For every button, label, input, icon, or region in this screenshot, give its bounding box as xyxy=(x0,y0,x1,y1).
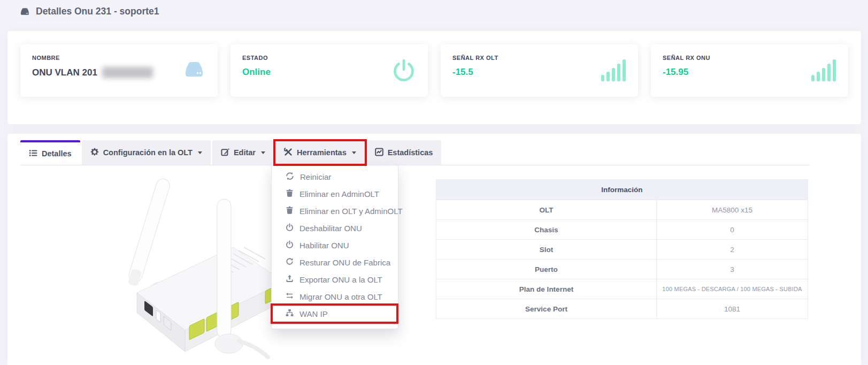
menu-item-label: Eliminar en AdminOLT xyxy=(299,189,379,199)
row-label: Service Port xyxy=(436,299,657,319)
rotate-right-icon xyxy=(286,257,294,267)
menu-item-migrar-onu[interactable]: Migrar ONU a otra OLT xyxy=(272,288,398,305)
menu-item-label: Resturar ONU de Fabrica xyxy=(299,258,390,267)
row-value: 1081 xyxy=(657,299,808,319)
tab-editar[interactable]: Editar xyxy=(212,140,274,165)
edit-icon xyxy=(221,148,229,158)
informacion-table: Información OLT MA5800 x15 Chasis 0 Slot… xyxy=(436,179,808,319)
tools-icon xyxy=(284,148,293,158)
menu-item-exportar-onu[interactable]: Exportar ONU a la OLT xyxy=(272,271,398,288)
row-label: Slot xyxy=(436,240,657,260)
tab-label: Configuración en la OLT xyxy=(103,148,193,157)
signal-bars-icon xyxy=(811,58,836,84)
redacted-text-blur xyxy=(102,67,153,78)
card-value: ONU VLAN 201 xyxy=(32,67,97,78)
gear-icon xyxy=(90,148,99,158)
hdd-icon xyxy=(182,58,206,82)
tab-configuracion-olt[interactable]: Configuración en la OLT xyxy=(82,140,211,165)
exchange-icon xyxy=(286,292,294,301)
row-value: 0 xyxy=(657,220,808,240)
menu-item-reiniciar[interactable]: Reiniciar xyxy=(272,168,398,185)
table-row: Chasis 0 xyxy=(436,220,808,240)
card-senal-rx-onu: SEÑAL RX ONU -15.95 xyxy=(651,44,848,97)
onu-product-image xyxy=(57,167,287,363)
table-header-row: Información xyxy=(436,180,808,200)
upload-icon xyxy=(286,275,294,284)
card-value: Online xyxy=(242,67,416,78)
row-value: 2 xyxy=(657,240,808,260)
tab-label: Detalles xyxy=(42,149,72,158)
card-label: NOMBRE xyxy=(32,55,206,61)
page-title: Detalles Onu 231 - soporte1 xyxy=(36,6,159,17)
card-label: ESTADO xyxy=(242,55,416,61)
card-senal-rx-olt: SEÑAL RX OLT -15.5 xyxy=(441,44,638,97)
page-title-bar: Detalles Onu 231 - soporte1 xyxy=(19,6,159,17)
menu-item-label: Migrar ONU a otra OLT xyxy=(299,292,382,301)
menu-item-label: Exportar ONU a la OLT xyxy=(299,275,382,284)
row-label: Plan de Internet xyxy=(436,279,657,299)
hdd-icon xyxy=(19,6,30,17)
list-icon xyxy=(29,149,37,159)
row-value: MA5800 x15 xyxy=(657,200,808,220)
trash-icon xyxy=(286,189,294,199)
table-row: Puerto 3 xyxy=(436,260,808,279)
menu-item-deshabilitar-onu[interactable]: Deshabilitar ONU xyxy=(272,219,398,237)
row-label: OLT xyxy=(436,200,657,220)
tabs-divider xyxy=(20,165,810,165)
power-icon xyxy=(286,223,294,233)
table-row: Plan de Internet 100 MEGAS - DESCARGA / … xyxy=(436,279,808,299)
tab-herramientas[interactable]: Herramientas Reiniciar xyxy=(275,140,365,165)
row-value: 3 xyxy=(657,260,808,279)
table-row: Slot 2 xyxy=(436,240,808,260)
stat-cards-panel: NOMBRE ONU VLAN 201 ESTADO Online SEÑAL … xyxy=(7,31,861,124)
tab-bar: Detalles Configuración en la OLT Editar xyxy=(20,140,443,165)
row-label: Chasis xyxy=(436,220,657,240)
menu-item-label: Reiniciar xyxy=(300,172,331,181)
row-label: Puerto xyxy=(436,260,657,279)
card-estado: ESTADO Online xyxy=(231,44,428,97)
menu-item-eliminar-adminolt[interactable]: Eliminar en AdminOLT xyxy=(272,185,398,202)
menu-item-label: Deshabilitar ONU xyxy=(299,224,362,233)
table-header: Información xyxy=(436,180,808,200)
menu-item-label: WAN IP xyxy=(299,309,328,318)
tab-label: Estadísticas xyxy=(388,148,433,157)
details-panel: Detalles Configuración en la OLT Editar xyxy=(7,134,861,365)
menu-item-restaurar-fabrica[interactable]: Resturar ONU de Fabrica xyxy=(272,254,398,271)
tab-label: Editar xyxy=(234,148,256,157)
power-icon xyxy=(391,58,416,85)
herramientas-dropdown-menu: Reiniciar Eliminar en AdminOLT xyxy=(271,165,398,329)
sitemap-icon xyxy=(286,309,294,318)
signal-bars-icon xyxy=(601,58,626,84)
chevron-down-icon xyxy=(261,151,265,154)
table-row: Service Port 1081 xyxy=(436,299,808,319)
chevron-down-icon xyxy=(198,151,202,154)
row-value: 100 MEGAS - DESCARGA / 100 MEGAS - SUBID… xyxy=(657,279,808,299)
tab-detalles[interactable]: Detalles xyxy=(20,140,80,165)
menu-item-habilitar-onu[interactable]: Habilitar ONU xyxy=(272,237,398,254)
sync-icon xyxy=(286,172,294,182)
menu-item-label: Habilitar ONU xyxy=(299,241,349,250)
tab-estadisticas[interactable]: Estadísticas xyxy=(366,140,442,165)
tab-label: Herramientas xyxy=(297,148,347,157)
table-row: OLT MA5800 x15 xyxy=(436,200,808,220)
menu-item-label: Eliminar en OLT y AdminOLT xyxy=(299,207,403,216)
card-nombre: NOMBRE ONU VLAN 201 xyxy=(20,44,218,97)
chevron-down-icon xyxy=(352,151,356,154)
menu-item-eliminar-olt-adminolt[interactable]: Eliminar en OLT y AdminOLT xyxy=(272,202,398,219)
menu-item-wan-ip[interactable]: WAN IP xyxy=(272,305,398,322)
power-icon xyxy=(286,240,294,250)
chart-line-icon xyxy=(375,148,383,158)
trash-icon xyxy=(286,206,294,216)
